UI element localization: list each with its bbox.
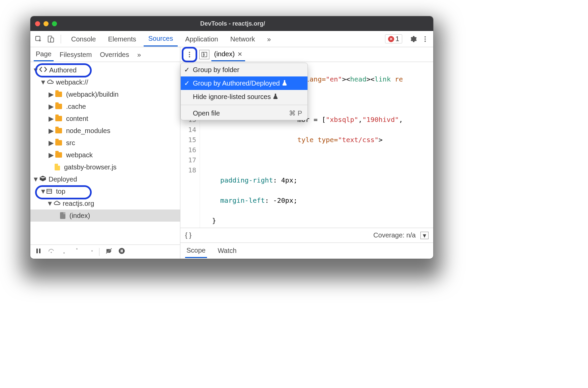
origin-label: reactjs.org	[63, 200, 94, 207]
tree-file-index[interactable]: (index)	[30, 209, 180, 222]
tab-console[interactable]: Console	[66, 32, 100, 46]
tabs-overflow[interactable]: »	[262, 32, 275, 46]
drawer-tab-scope[interactable]: Scope	[185, 244, 207, 258]
settings-gear-icon[interactable]	[408, 34, 418, 44]
coverage-label: Coverage: n/a	[373, 231, 416, 239]
window-minimize-icon[interactable]	[43, 21, 49, 26]
cloud-icon	[53, 200, 61, 207]
menu-item-hide-ignore-listed[interactable]: Hide ignore-listed sources	[181, 90, 307, 103]
experiment-beaker-icon	[282, 79, 287, 87]
code-line: }	[204, 216, 403, 226]
code-line	[204, 155, 403, 165]
collapse-arrow-icon: ▶	[49, 151, 53, 159]
folder-label: src	[66, 139, 75, 147]
collapse-arrow-icon: ▶	[49, 90, 53, 98]
document-icon	[60, 212, 65, 219]
pretty-print-icon[interactable]: { }	[185, 231, 192, 239]
subtab-overflow[interactable]: »	[135, 48, 143, 61]
window-traffic-lights	[35, 21, 57, 26]
svg-rect-11	[36, 249, 38, 253]
index-label: (index)	[69, 212, 90, 220]
tree-folder[interactable]: ▶.cache	[30, 100, 180, 112]
show-more-icon[interactable]: ▾	[420, 232, 429, 239]
navigator-tabs: Page Filesystem Overrides »	[30, 47, 180, 62]
tree-section-deployed[interactable]: ▼ Deployed	[30, 173, 180, 185]
editor-tab-index[interactable]: (index) ✕	[211, 47, 245, 61]
svg-rect-21	[122, 250, 123, 252]
debugger-separator	[99, 248, 99, 256]
deactivate-breakpoints-icon[interactable]	[106, 248, 112, 256]
inspect-icon[interactable]	[34, 34, 43, 44]
svg-point-5	[424, 40, 426, 42]
sources-more-button[interactable]	[184, 49, 195, 60]
folder-label: node_modules	[66, 127, 110, 135]
collapse-arrow-icon: ▶	[49, 139, 53, 147]
toggle-navigator-icon[interactable]	[199, 50, 209, 59]
tree-file[interactable]: gatsby-browser.js	[30, 161, 180, 173]
code-line: tyle type="text/css">	[204, 135, 403, 145]
subtab-filesystem[interactable]: Filesystem	[58, 48, 94, 61]
close-tab-icon[interactable]: ✕	[237, 51, 242, 58]
tab-sources[interactable]: Sources	[144, 31, 178, 46]
tab-application[interactable]: Application	[180, 32, 223, 46]
menu-item-label: Open file	[193, 109, 220, 117]
menu-item-label: Group by Authored/Deployed	[193, 79, 280, 87]
svg-point-13	[51, 252, 52, 253]
tree-folder[interactable]: ▶(webpack)/buildin	[30, 88, 180, 100]
code-line: padding-right: 4px;	[204, 175, 403, 185]
folder-icon	[55, 140, 62, 146]
menu-item-group-by-folder[interactable]: ✓ Group by folder	[181, 63, 307, 76]
expand-arrow-icon: ▼	[40, 78, 45, 86]
expand-arrow-icon: ▼	[47, 200, 51, 207]
deployed-label: Deployed	[49, 175, 77, 183]
svg-rect-20	[121, 250, 122, 252]
pause-on-exceptions-icon[interactable]	[118, 248, 125, 256]
check-icon: ✓	[184, 79, 190, 87]
error-count-badge[interactable]: ✕ 1	[385, 34, 402, 43]
folder-label: webpack	[66, 151, 93, 159]
svg-rect-2	[51, 38, 54, 42]
folder-label: .cache	[66, 103, 86, 110]
cloud-icon	[47, 78, 54, 86]
kebab-menu-icon[interactable]	[420, 34, 430, 44]
tree-folder[interactable]: ▶content	[30, 112, 180, 125]
tab-elements[interactable]: Elements	[103, 32, 141, 46]
device-toggle-icon[interactable]	[46, 34, 55, 44]
folder-icon	[55, 152, 62, 158]
menu-item-group-by-authored-deployed[interactable]: ✓ Group by Authored/Deployed	[181, 76, 307, 90]
tree-folder[interactable]: ▶src	[30, 137, 180, 149]
editor-tab-label: (index)	[214, 50, 235, 58]
tree-webpack-origin[interactable]: ▼ webpack://	[30, 76, 180, 88]
menu-divider	[181, 105, 307, 105]
step-over-icon[interactable]	[48, 248, 55, 256]
debugger-controls	[30, 245, 180, 259]
tab-network[interactable]: Network	[226, 32, 260, 46]
step-out-icon[interactable]	[74, 248, 80, 256]
step-icon[interactable]	[86, 248, 93, 256]
devtools-window: DevTools - reactjs.org/ Console Elements…	[30, 16, 433, 259]
file-label: gatsby-browser.js	[64, 163, 117, 171]
menu-item-open-file[interactable]: Open file ⌘ P	[181, 106, 307, 120]
svg-point-15	[76, 248, 78, 250]
window-close-icon[interactable]	[35, 21, 40, 26]
window-zoom-icon[interactable]	[52, 21, 57, 26]
svg-point-14	[63, 252, 65, 254]
js-file-icon	[55, 164, 60, 170]
tree-folder[interactable]: ▶node_modules	[30, 125, 180, 137]
annotation-authored-highlight	[35, 63, 92, 77]
subtab-page[interactable]: Page	[34, 47, 54, 61]
editor-tabs-bar: (index) ✕	[180, 47, 433, 62]
collapse-arrow-icon: ▶	[49, 102, 53, 110]
folder-label: content	[66, 115, 88, 123]
code-editor-pane: 89101112 131415161718 l lang="en"><head>…	[180, 62, 433, 259]
sources-body: ▼ Authored ▼ webpack:// ▶(webpack)/build…	[30, 62, 433, 259]
folder-icon	[55, 104, 62, 109]
folder-label: (webpack)/buildin	[66, 91, 119, 98]
pause-icon[interactable]	[35, 248, 42, 256]
subtab-overrides[interactable]: Overrides	[98, 48, 131, 61]
step-into-icon[interactable]	[61, 248, 67, 256]
check-icon: ✓	[184, 66, 190, 74]
drawer-tab-watch[interactable]: Watch	[216, 244, 238, 257]
tree-folder[interactable]: ▶webpack	[30, 149, 180, 161]
devtools-toolbar: Console Elements Sources Application Net…	[30, 31, 433, 47]
